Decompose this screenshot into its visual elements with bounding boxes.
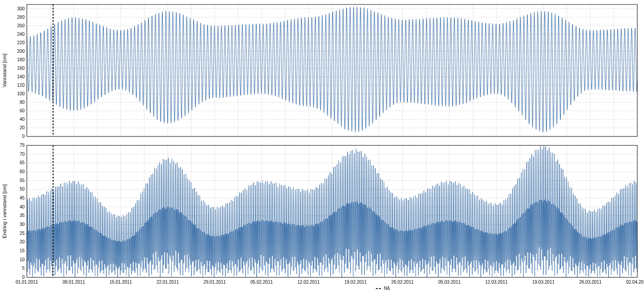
y-axis-title: Endring i vannstand [cm] [2,184,7,238]
y-tick-label: 5 [22,266,25,271]
x-tick-label: 05.03.2011 [438,280,461,285]
y-tick-label: 10 [20,257,25,262]
y-tick-label: 35 [20,213,25,218]
x-tick-label: 19.02.2011 [344,280,367,285]
y-tick-label: 260 [17,23,25,28]
y-tick-label: 75 [20,143,25,148]
x-tick-label: 12.02.2011 [297,280,320,285]
y-tick-label: 20 [20,239,25,244]
y-tick-label: 0 [22,275,25,280]
x-tick-label: 22.01.2011 [157,280,179,285]
y-tick-label: 160 [17,66,25,71]
y-tick-label: 30 [20,222,25,227]
legend-now-label: Nå [384,286,390,291]
chart-container: 0204060801001201401601802002202402602803… [0,0,644,293]
y-tick-label: 300 [17,6,25,11]
y-tick-label: 0 [22,134,25,139]
x-tick-label: 26.03.2011 [579,280,602,285]
y-tick-label: 40 [20,117,25,122]
y-tick-label: 240 [17,32,25,37]
chart-svg: 0204060801001201401601802002202402602803… [0,0,644,293]
y-tick-label: 20 [20,125,25,130]
x-tick-label: 12.03.2011 [485,280,508,285]
y-tick-label: 180 [17,57,25,62]
y-tick-label: 220 [17,40,25,45]
x-tick-label: 05.02.2011 [250,280,273,285]
y-tick-label: 25 [20,231,25,236]
x-tick-label: 01.01.2011 [16,280,38,285]
y-tick-label: 15 [20,248,25,253]
y-tick-label: 45 [20,195,25,200]
y-tick-label: 65 [20,160,25,165]
y-tick-label: 60 [20,108,25,113]
x-tick-label: 02.04.2011 [626,280,644,285]
x-tick-label: 08.01.2011 [63,280,85,285]
x-tick-label: 15.01.2011 [110,280,132,285]
y-tick-label: 40 [20,204,25,209]
y-tick-label: 80 [20,100,25,105]
x-tick-label: 26.02.2011 [391,280,414,285]
y-tick-label: 60 [20,169,25,174]
y-tick-label: 120 [17,83,25,88]
y-tick-label: 200 [17,49,25,54]
y-tick-label: 100 [17,91,25,96]
y-tick-label: 55 [20,178,25,183]
y-tick-label: 280 [17,15,25,20]
legend: Nå [376,286,390,291]
x-tick-label: 19.03.2011 [532,280,555,285]
x-tick-label: 29.01.2011 [203,280,226,285]
y-tick-label: 140 [17,74,25,79]
y-tick-label: 50 [20,187,25,191]
y-axis-title: Vannstand [cm] [2,54,7,88]
y-tick-label: 70 [20,152,25,157]
